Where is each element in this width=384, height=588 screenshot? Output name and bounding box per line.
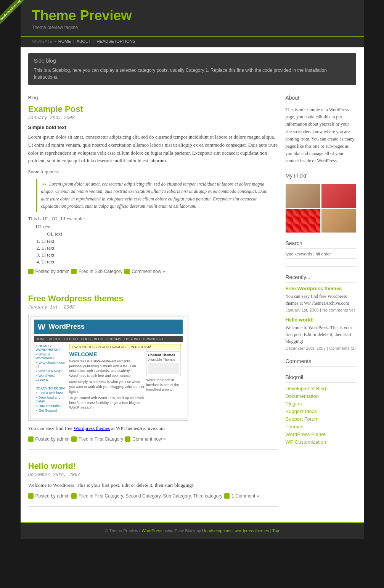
recent-post-0-title[interactable]: Free Wordpress themes	[286, 286, 342, 291]
blogroll-item-5: Themes	[286, 424, 356, 430]
recent-post-1: Hello world! Welcome to WordPress. This …	[286, 317, 356, 351]
sidebar-comments: Comments	[286, 358, 356, 367]
recent-post-0: Free Wordpress themes You can easy find …	[286, 286, 356, 312]
footer-wp-themes-link[interactable]: wordpress themes	[235, 528, 269, 533]
meta-author-3[interactable]: admin	[57, 493, 69, 499]
blogroll-link-1[interactable]: Documentation	[286, 393, 319, 399]
blogroll-item-3: Suggest Ideas	[286, 409, 356, 415]
wp-logo-bar: W WordPress	[34, 320, 183, 334]
about-text: This is an example of a WordPress page, …	[286, 106, 356, 165]
blogroll-list: Development Blog Documentation Plugins S…	[286, 386, 356, 445]
meta-comment-2[interactable]: Comment now »	[132, 436, 165, 442]
site-title: Theme Preview	[32, 8, 352, 24]
sidebar-about: About This is an example of a WordPress …	[286, 95, 356, 165]
nav-about[interactable]: ABOUT	[77, 39, 91, 44]
ul-item-0: OL text	[47, 231, 278, 237]
ulol-label: This is UL, OL, LI example:	[28, 216, 278, 222]
post-icon-6	[125, 436, 130, 442]
sidebar-flickr: My Flickr	[286, 173, 356, 233]
content-area: Blog Example Post January 2nd, 2008 Simp…	[21, 91, 364, 522]
post-body-hello: Welcome to WordPress. This is your first…	[28, 481, 278, 489]
meta-author-2[interactable]: admin	[57, 436, 69, 442]
post-body-wp-themes: You can easy find free Wordpress themes …	[28, 425, 278, 433]
nav-label: NAVIGATE »	[32, 39, 56, 44]
blogroll-link-3[interactable]: Suggest Ideas	[286, 409, 317, 414]
sideblog-text: This is a Sideblog, here you can display…	[34, 67, 350, 81]
blog-label: Blog	[28, 95, 278, 100]
sidebar-recently: Recently... Free Wordpress themes You ca…	[286, 274, 356, 351]
wp-screenshot: W WordPress HOME ABOUT EXTEND DOCS BLOG …	[28, 314, 188, 421]
flickr-img-4[interactable]	[321, 209, 356, 233]
post-icon-8	[71, 493, 77, 499]
post-title-example[interactable]: Example Post	[28, 104, 83, 114]
post-ol: Li text Li text Li text Li text	[42, 238, 278, 265]
nav-headsetoptions[interactable]: HEADSETOPTIONS	[97, 39, 135, 44]
meta-cat-3-1[interactable]: Second Category	[125, 493, 161, 499]
post-date-hello: December 26th, 2007	[28, 472, 278, 478]
meta-cat-2[interactable]: First Category	[95, 436, 123, 442]
bquote-label: Some b-quotes:	[28, 169, 278, 175]
sidebar-search: Search type keywords | hit enter	[286, 240, 356, 267]
blogroll-link-2[interactable]: Plugins	[286, 401, 302, 407]
corner-badge: headsetoptions.org	[0, 0, 31, 31]
post-date-example: January 2nd, 2008	[28, 115, 278, 121]
post-body-example: Lorem ipsum dolor sit amet, consectetur …	[28, 133, 278, 165]
blogroll-item-1: Documentation	[286, 393, 356, 399]
post-hello-world: Hello world! December 26th, 2007 Welcome…	[28, 461, 278, 507]
search-hint: type keywords | hit enter	[286, 252, 356, 256]
blogroll-item-6: WordPress Planet	[286, 431, 356, 438]
ul-label: UL text	[36, 224, 278, 230]
footer-top-link[interactable]: Top	[272, 528, 279, 533]
post-wp-themes: Free Wordpress themes January 1st, 2008 …	[28, 294, 278, 450]
blogroll-title: Blogroll	[286, 374, 356, 383]
header: Theme Preview Theme preview tagline	[21, 0, 364, 37]
meta-author-link[interactable]: admin	[57, 269, 69, 274]
recent-post-1-text: Welcome to WordPress. This is your first…	[286, 324, 356, 345]
post-bold-text: Simple bold text	[28, 124, 278, 130]
blogroll-link-4[interactable]: Support Forum	[286, 416, 319, 422]
meta-cat-3-2[interactable]: Sub Category	[163, 493, 191, 499]
recent-post-1-title[interactable]: Hello world!	[286, 317, 314, 323]
nav-home[interactable]: HOME	[58, 39, 71, 44]
about-title: About	[286, 95, 356, 103]
post-blockquote: Lorem ipsum dolor sit amet, consectetur …	[36, 179, 278, 212]
recent-post-0-meta: January 1st, 2008 | No comments yet	[286, 308, 356, 312]
meta-filed-in: Filed in Sub Category	[79, 269, 122, 274]
sidebar-blogroll: Blogroll Development Blog Documentation …	[286, 374, 356, 445]
post-title-wp-themes[interactable]: Free Wordpress themes	[28, 294, 124, 303]
recent-post-0-text: You can easy find free Wordpress themes …	[286, 293, 356, 307]
meta-cat-3-3[interactable]: Third category	[193, 493, 223, 499]
footer-headset-link[interactable]: Headsetoptions	[202, 528, 231, 533]
blogroll-link-6[interactable]: WordPress Planet	[286, 431, 326, 437]
post-title-hello[interactable]: Hello world!	[28, 461, 76, 471]
search-title: Search	[286, 240, 356, 249]
post-icon-4	[28, 436, 34, 442]
footer-powered-link[interactable]: WordPress	[141, 528, 162, 533]
flickr-title: My Flickr	[286, 173, 356, 181]
flickr-img-3[interactable]	[286, 209, 320, 233]
flickr-img-2[interactable]	[321, 184, 356, 208]
search-input[interactable]	[286, 258, 356, 267]
meta-comment-3[interactable]: 1 Comment »	[231, 493, 259, 499]
ol-item-2: Li text	[42, 252, 278, 258]
flickr-grid	[286, 184, 356, 233]
blogroll-link-0[interactable]: Development Blog	[286, 386, 326, 391]
blogroll-item-2: Plugins	[286, 401, 356, 407]
site-tagline: Theme preview tagline	[32, 25, 352, 30]
meta-cat-3-0[interactable]: First Category	[95, 493, 123, 499]
post-icon-9	[224, 493, 230, 499]
wp-themes-link[interactable]: Wordpress themes	[74, 425, 110, 431]
meta-category-link[interactable]: Sub Category	[95, 269, 122, 274]
sideblog-box: Side blog This is a Sideblog, here you c…	[28, 53, 356, 85]
post-meta-example: Posted by admin Filed in Sub Category Co…	[28, 269, 278, 274]
ol-item-0: Li text	[42, 238, 278, 244]
post-icon-7	[28, 493, 34, 499]
post-example: Example Post January 2nd, 2008 Simple bo…	[28, 104, 278, 282]
meta-comment-link[interactable]: Comment now »	[132, 269, 165, 274]
blogroll-link-5[interactable]: Themes	[286, 424, 304, 430]
blogroll-item-4: Support Forum	[286, 416, 356, 422]
wp-screenshot-inner: W WordPress HOME ABOUT EXTEND DOCS BLOG …	[31, 316, 186, 418]
blogroll-link-7[interactable]: WP Customization	[286, 439, 326, 445]
flickr-img-1[interactable]	[286, 184, 320, 208]
sideblog-title: Side blog	[34, 58, 350, 64]
